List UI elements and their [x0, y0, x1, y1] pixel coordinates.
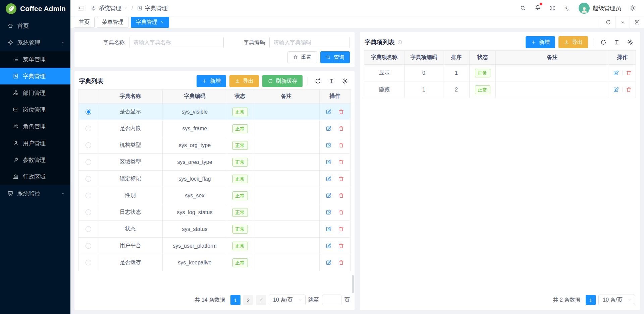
sidebar-item-param-mgmt[interactable]: 参数管理	[0, 151, 70, 168]
column-height-icon[interactable]	[328, 78, 335, 84]
next-page-button[interactable]	[256, 295, 266, 305]
export-items-button[interactable]: 导出	[558, 36, 588, 48]
page-button-2[interactable]: 2	[243, 295, 253, 305]
edit-icon[interactable]	[325, 259, 332, 266]
table-row[interactable]: 是否缓存 sys_keepalive 正常	[79, 254, 351, 271]
page-size-value: 10 条/页	[603, 297, 623, 304]
row-radio[interactable]	[86, 159, 91, 165]
sidebar-group-monitor[interactable]: 系统监控	[0, 185, 70, 202]
notifications-button[interactable]	[534, 4, 541, 12]
delete-icon[interactable]	[338, 259, 344, 266]
tab-actions-dropdown[interactable]	[615, 16, 630, 28]
delete-icon[interactable]	[626, 70, 632, 76]
tab-dict-mgmt[interactable]: 字典管理	[131, 17, 169, 28]
sidebar-item-post-mgmt[interactable]: 岗位管理	[0, 101, 70, 118]
query-button[interactable]: 查询	[320, 51, 350, 63]
tab-menu-mgmt[interactable]: 菜单管理	[97, 17, 128, 28]
table-settings-icon[interactable]	[341, 78, 348, 84]
info-icon[interactable]	[397, 40, 402, 45]
table-row[interactable]: 是否显示 sys_visible 正常	[79, 104, 351, 120]
row-radio[interactable]	[86, 193, 91, 198]
row-radio[interactable]	[86, 126, 91, 131]
sidebar-group-system[interactable]: 系统管理	[0, 34, 70, 51]
sidebar-item-dict-mgmt[interactable]: 字典管理	[0, 68, 70, 84]
delete-icon[interactable]	[338, 192, 344, 199]
row-radio[interactable]	[86, 226, 91, 232]
sidebar-item-admin-region[interactable]: 行政区域	[0, 168, 70, 185]
sidebar-item-user-mgmt[interactable]: 用户管理	[0, 135, 70, 151]
add-item-button[interactable]: 新增	[526, 36, 555, 48]
scrollbar-thumb[interactable]	[352, 275, 354, 293]
table-row[interactable]: 是否内嵌 sys_frame 正常	[79, 120, 351, 137]
edit-icon[interactable]	[325, 159, 332, 165]
dict-code-input[interactable]	[269, 37, 350, 48]
refresh-cache-button[interactable]: 刷新缓存	[262, 75, 303, 87]
collapse-sidebar-icon[interactable]	[77, 4, 85, 12]
edit-icon[interactable]	[325, 142, 332, 148]
table-row[interactable]: 显示 0 1 正常	[364, 65, 636, 81]
table-row[interactable]: 用户平台 sys_user_platform 正常	[79, 238, 351, 254]
sidebar-item-role-mgmt[interactable]: 角色管理	[0, 118, 70, 135]
settings-gear-icon[interactable]	[629, 5, 636, 11]
edit-icon[interactable]	[613, 86, 619, 93]
table-row[interactable]: 状态 sys_status 正常	[79, 221, 351, 238]
add-button[interactable]: 新增	[197, 75, 226, 87]
user-menu[interactable]: 超级管理员	[579, 3, 621, 14]
edit-icon[interactable]	[325, 243, 332, 249]
edit-icon[interactable]	[325, 226, 332, 232]
edit-icon[interactable]	[325, 125, 332, 132]
table-row[interactable]: 隐藏 1 2 正常	[364, 81, 636, 98]
delete-icon[interactable]	[338, 243, 344, 249]
page-size-select[interactable]: 10 条/页	[598, 295, 635, 305]
edit-icon[interactable]	[613, 70, 619, 76]
delete-icon[interactable]	[338, 109, 344, 115]
table-row[interactable]: 锁定标记 sys_lock_flag 正常	[79, 171, 351, 187]
breadcrumb-system[interactable]: 系统管理	[91, 4, 128, 12]
page-button-1[interactable]: 1	[586, 295, 596, 305]
delete-icon[interactable]	[338, 226, 344, 232]
sidebar-item-dept-mgmt[interactable]: 部门管理	[0, 84, 70, 101]
refresh-table-icon[interactable]	[315, 78, 321, 84]
row-radio[interactable]	[86, 176, 91, 182]
table-row[interactable]: 区域类型 sys_area_type 正常	[79, 154, 351, 171]
sidebar-item-home[interactable]: 首页	[0, 17, 70, 34]
table-row[interactable]: 机构类型 sys_org_type 正常	[79, 137, 351, 154]
close-icon[interactable]	[160, 20, 164, 24]
delete-icon[interactable]	[338, 209, 344, 215]
refresh-table-icon[interactable]	[600, 39, 607, 46]
row-radio[interactable]	[86, 142, 91, 148]
delete-icon[interactable]	[338, 125, 344, 132]
dict-name-input[interactable]	[129, 37, 224, 48]
search-icon[interactable]	[520, 5, 526, 11]
page-button-1[interactable]: 1	[230, 295, 240, 305]
item-name-cell: 隐藏	[364, 81, 405, 98]
reset-button[interactable]: 重置	[287, 51, 317, 63]
menu-label: 参数管理	[23, 156, 46, 164]
edit-icon[interactable]	[325, 209, 332, 215]
jump-page-input[interactable]	[322, 295, 341, 305]
delete-icon[interactable]	[338, 159, 344, 165]
page-size-select[interactable]: 10 条/页	[269, 295, 306, 305]
edit-icon[interactable]	[325, 176, 332, 182]
table-row[interactable]: 日志状态 sys_log_status 正常	[79, 204, 351, 221]
tab-home[interactable]: 首页	[74, 17, 95, 28]
edit-icon[interactable]	[325, 192, 332, 199]
column-height-icon[interactable]	[613, 39, 620, 46]
content-fullscreen-button[interactable]	[630, 16, 644, 28]
edit-icon[interactable]	[325, 109, 332, 115]
dict-pagination: 共 14 条数据 1 2 10 条/页 跳至 页	[78, 290, 351, 306]
table-settings-icon[interactable]	[627, 39, 634, 46]
row-radio[interactable]	[86, 260, 91, 265]
row-radio[interactable]	[86, 109, 91, 115]
row-radio[interactable]	[86, 209, 91, 215]
delete-icon[interactable]	[338, 176, 344, 182]
sidebar-item-menu-mgmt[interactable]: 菜单管理	[0, 51, 70, 68]
refresh-page-button[interactable]	[601, 16, 615, 28]
delete-icon[interactable]	[626, 86, 632, 93]
translate-icon[interactable]	[564, 5, 571, 11]
table-row[interactable]: 性别 sys_sex 正常	[79, 187, 351, 204]
delete-icon[interactable]	[338, 142, 344, 148]
export-button[interactable]: 导出	[229, 75, 259, 87]
row-radio[interactable]	[86, 243, 91, 249]
fullscreen-icon[interactable]	[549, 5, 556, 11]
